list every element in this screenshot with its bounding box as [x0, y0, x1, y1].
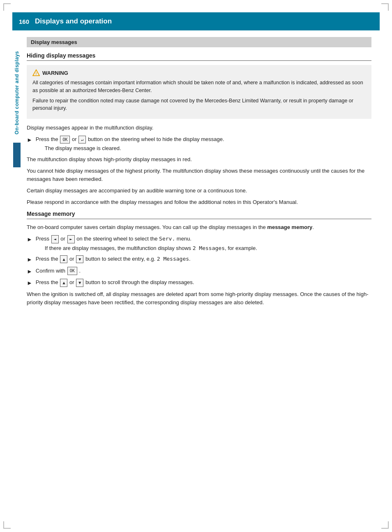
- memory-b1-end: menu.: [175, 236, 191, 242]
- hiding-para-4: Please respond in accordance with the di…: [27, 198, 371, 206]
- page-title: Displays and operation: [35, 17, 112, 25]
- section-heading-memory-text: Message memory: [27, 210, 75, 217]
- memory-b3-before: Confirm with: [36, 268, 67, 274]
- header-bar: 160 Displays and operation: [12, 12, 380, 30]
- memory-body-1-text: The on-board computer saves certain disp…: [27, 224, 267, 230]
- memory-b3-after: .: [79, 268, 81, 274]
- section-heading-hiding: Hiding display messages: [27, 52, 371, 61]
- memory-bullet-2: ► Press the ▲ or ▼ button to select the …: [27, 255, 371, 264]
- bullet-arrow-3: ►: [27, 255, 32, 264]
- warning-icon: !: [32, 69, 40, 76]
- memory-body-1-end: .: [312, 224, 314, 230]
- memory-b2-before: Press the: [36, 256, 60, 262]
- memory-b4-before: Press the: [36, 279, 60, 285]
- hiding-bullet-1-text-before: Press the: [36, 136, 60, 142]
- hiding-bullet-1-text-mid: or: [72, 136, 78, 142]
- down-button-icon-2: ▼: [76, 279, 83, 287]
- section-label-text: Display messages: [31, 39, 77, 45]
- memory-bullet-4-content: Press the ▲ or ▼ button to scroll throug…: [36, 278, 371, 287]
- hiding-body-1: Display messages appear in the multifunc…: [27, 124, 371, 132]
- sidebar-blue-block: [13, 143, 21, 167]
- memory-bullet-1-content: Press ◄ or ► on the steering wheel to se…: [36, 235, 371, 252]
- up-button-icon-2: ▲: [60, 279, 67, 287]
- bullet-arrow-1: ►: [27, 136, 32, 145]
- bullet-arrow-2: ►: [27, 235, 32, 244]
- hiding-bullet-1-content: Press the OK or ↵ button on the steering…: [36, 135, 371, 153]
- hiding-bullet-1: ► Press the OK or ↵ button on the steeri…: [27, 135, 371, 153]
- bullet-arrow-4: ►: [27, 267, 32, 276]
- right-button-icon: ►: [67, 235, 75, 243]
- sidebar-label: On-board computer and displays: [14, 51, 20, 134]
- warning-label: WARNING: [42, 70, 68, 76]
- warning-para-1: All categories of messages contain impor…: [32, 79, 366, 95]
- down-button-icon: ▼: [76, 255, 83, 264]
- hiding-bullet-1-text-after: button on the steering wheel to hide the…: [88, 136, 224, 142]
- memory-bold-term: message memory: [267, 224, 312, 230]
- memory-b1-after: on the steering wheel to select the: [76, 236, 159, 242]
- section-heading-hiding-text: Hiding display messages: [27, 52, 95, 59]
- section-label-bar: Display messages: [27, 37, 371, 47]
- memory-bullet-3-content: Confirm with OK .: [36, 267, 371, 275]
- warning-box: ! WARNING All categories of messages con…: [27, 65, 371, 119]
- svg-text:!: !: [35, 71, 37, 76]
- memory-bullet-4: ► Press the ▲ or ▼ button to scroll thro…: [27, 278, 371, 288]
- memory-body-1: The on-board computer saves certain disp…: [27, 223, 371, 231]
- hiding-bullet-1-sub: The display message is cleared.: [45, 144, 371, 153]
- memory-bullet-1-sub: If there are display messages, the multi…: [45, 244, 371, 252]
- memory-b4-mid: or: [69, 279, 76, 285]
- messages-count-mono: 2 Messages: [193, 245, 225, 251]
- messages-count-mono-2: 2 Messages: [157, 256, 189, 262]
- hiding-para-3: Certain display messages are accompanied…: [27, 187, 371, 195]
- hiding-para-2: You cannot hide display messages of the …: [27, 167, 371, 183]
- hiding-para-1: The multifunction display shows high-pri…: [27, 155, 371, 164]
- memory-bullet-2-content: Press the ▲ or ▼ button to select the en…: [36, 255, 371, 263]
- memory-b2-after: button to select the entry, e.g.: [85, 256, 157, 262]
- memory-b4-after: button to scroll through the display mes…: [85, 279, 194, 285]
- memory-bullet-3: ► Confirm with OK .: [27, 267, 371, 276]
- corner-mark-tl: [3, 3, 11, 11]
- corner-mark-bl: [3, 521, 11, 529]
- warning-title: ! WARNING: [32, 69, 366, 76]
- sidebar: On-board computer and displays: [12, 18, 21, 520]
- back-button-icon: ↵: [78, 136, 86, 144]
- up-button-icon: ▲: [60, 255, 67, 264]
- ok-button-icon-2: OK: [67, 267, 77, 275]
- memory-b1-mid: or: [60, 236, 67, 242]
- serv-menu-label: Serv.: [159, 236, 175, 242]
- left-button-icon: ◄: [51, 235, 59, 243]
- memory-b2-mid: or: [69, 256, 76, 262]
- memory-b2-end: .: [189, 256, 191, 262]
- warning-para-2: Failure to repair the condition noted ma…: [32, 97, 366, 113]
- bullet-arrow-5: ►: [27, 279, 32, 288]
- main-content: Display messages Hiding display messages…: [23, 37, 380, 307]
- corner-mark-br: [381, 521, 389, 529]
- memory-b1-before: Press: [36, 236, 51, 242]
- memory-bullet-1: ► Press ◄ or ► on the steering wheel to …: [27, 235, 371, 252]
- memory-final-para: When the ignition is switched off, all d…: [27, 290, 371, 307]
- section-heading-memory: Message memory: [27, 210, 371, 219]
- ok-button-icon: OK: [60, 136, 70, 144]
- corner-mark-tr: [381, 3, 389, 11]
